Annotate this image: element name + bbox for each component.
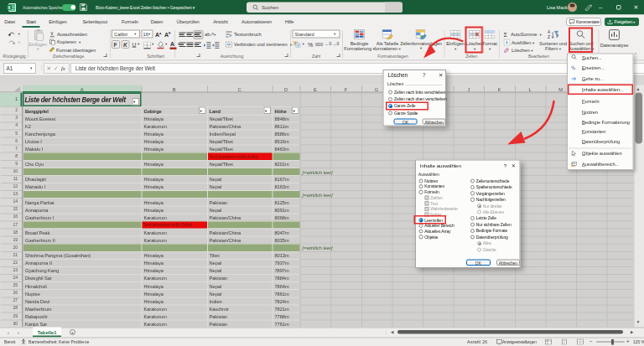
svg-text:Z: Z <box>548 35 550 39</box>
svg-text:A: A <box>548 30 551 34</box>
svg-text:ab: ab <box>571 65 574 69</box>
